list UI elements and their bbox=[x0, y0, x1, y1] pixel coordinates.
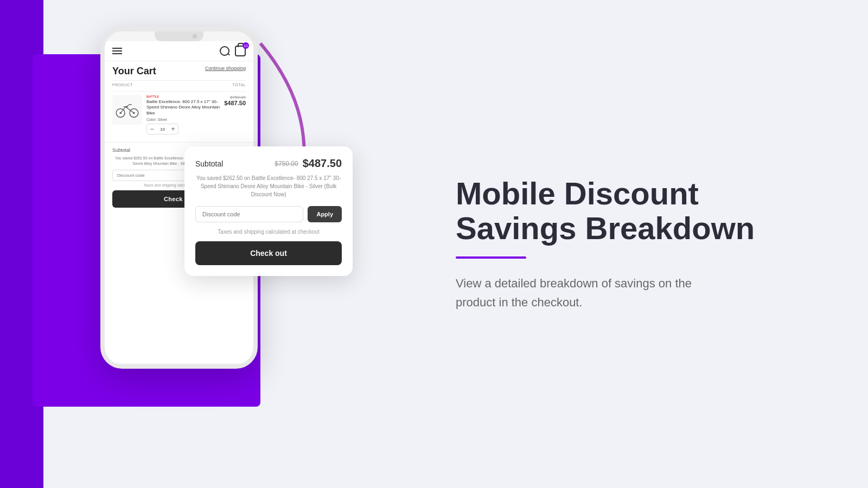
popup-prices: $750.00 $487.50 bbox=[275, 157, 342, 170]
popup-savings-note: You saved $262.50 on Battle Excellence- … bbox=[195, 174, 342, 198]
product-name: Battle Excellence- 800 27.5 x 17" 30-Spe… bbox=[146, 99, 220, 116]
popup-discount-row: Apply bbox=[195, 206, 342, 222]
phone-header: 10 bbox=[105, 41, 253, 61]
popup-price-sale: $487.50 bbox=[303, 157, 342, 170]
product-color: Color: Silver bbox=[146, 118, 220, 121]
popup-card: Subtotal $750.00 $487.50 You saved $262.… bbox=[184, 146, 353, 276]
qty-value: 10 bbox=[157, 127, 168, 132]
subtotal-label: Subtotal bbox=[112, 147, 130, 153]
qty-decrease-btn[interactable]: − bbox=[147, 124, 157, 134]
quantity-control: − 10 + bbox=[146, 124, 178, 134]
popup-checkout-btn[interactable]: Check out bbox=[195, 241, 342, 265]
description: View a detailed breakdown of savings on … bbox=[456, 274, 727, 312]
product-details: BATTLE Battle Excellence- 800 27.5 x 17"… bbox=[146, 95, 220, 134]
product-row: BATTLE Battle Excellence- 800 27.5 x 17"… bbox=[112, 91, 246, 138]
col-total-header: TOTAL bbox=[233, 83, 246, 87]
search-icon[interactable] bbox=[220, 46, 229, 56]
cart-badge: 10 bbox=[242, 42, 249, 49]
popup-apply-btn[interactable]: Apply bbox=[308, 206, 342, 222]
product-price-sale: $487.50 bbox=[224, 100, 246, 106]
qty-increase-btn[interactable]: + bbox=[168, 124, 178, 134]
bike-svg bbox=[115, 100, 139, 119]
accent-line bbox=[456, 256, 526, 259]
cart-container: 10 bbox=[235, 46, 246, 56]
product-image bbox=[112, 95, 142, 125]
headline-line2: Savings Breakdown bbox=[456, 210, 755, 246]
svg-point-4 bbox=[125, 106, 126, 107]
hamburger-icon[interactable] bbox=[112, 48, 122, 54]
headline: Mobile Discount Savings Breakdown bbox=[456, 176, 825, 246]
product-price-col: $750.00 $487.50 bbox=[224, 95, 246, 134]
product-brand: BATTLE bbox=[146, 95, 220, 98]
cart-title-row: Your Cart Continue shopping bbox=[112, 66, 246, 77]
continue-shopping-link[interactable]: Continue shopping bbox=[205, 66, 246, 71]
popup-subtotal-row: Subtotal $750.00 $487.50 bbox=[195, 157, 342, 170]
cart-title: Your Cart bbox=[112, 66, 156, 77]
phone-notch bbox=[155, 31, 203, 41]
left-section: 10 Your Cart Continue shopping PRODUCT T… bbox=[0, 0, 412, 488]
cart-content: Your Cart Continue shopping PRODUCT TOTA… bbox=[105, 61, 253, 142]
header-icons: 10 bbox=[220, 46, 246, 56]
product-price-original: $750.00 bbox=[224, 95, 246, 100]
right-section: Mobile Discount Savings Breakdown View a… bbox=[412, 0, 868, 488]
popup-taxes-note: Taxes and shipping calculated at checkou… bbox=[195, 229, 342, 235]
col-product-header: PRODUCT bbox=[112, 83, 133, 87]
cart-columns: PRODUCT TOTAL bbox=[112, 80, 246, 89]
popup-subtotal-label: Subtotal bbox=[195, 159, 223, 168]
popup-price-original: $750.00 bbox=[275, 160, 298, 168]
headline-line1: Mobile Discount bbox=[456, 176, 699, 211]
phone-notch-dot bbox=[193, 34, 197, 38]
popup-discount-input[interactable] bbox=[195, 206, 303, 222]
